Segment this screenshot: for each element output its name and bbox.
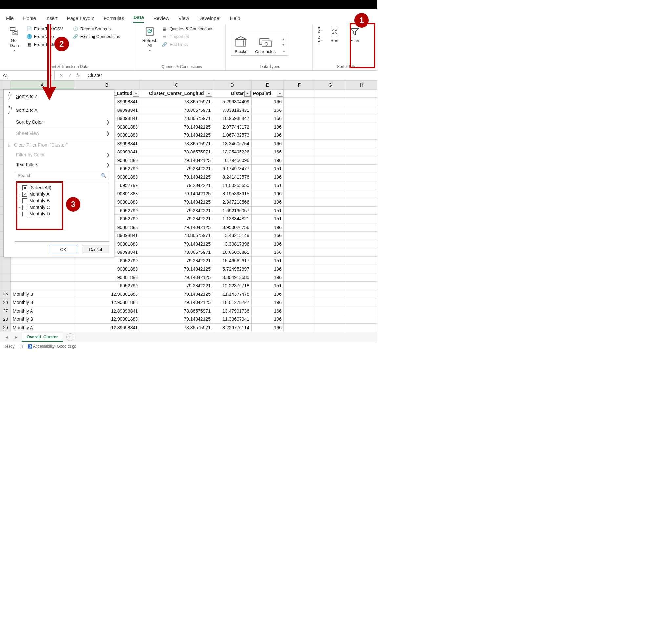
ribbon-tab-page-layout[interactable]: Page Layout bbox=[67, 16, 95, 23]
cell[interactable] bbox=[315, 298, 346, 307]
cell[interactable]: 78.86575971 bbox=[140, 231, 213, 240]
cell[interactable]: 79.14042125 bbox=[140, 198, 213, 207]
cell[interactable] bbox=[284, 181, 315, 190]
cell[interactable] bbox=[315, 215, 346, 223]
ribbon-tab-file[interactable]: File bbox=[6, 16, 14, 23]
scroll-down-icon[interactable]: ▾ bbox=[282, 42, 286, 47]
cell[interactable] bbox=[346, 315, 377, 324]
cell[interactable] bbox=[11, 273, 74, 282]
col-header-C[interactable]: C bbox=[140, 81, 213, 90]
cell[interactable] bbox=[284, 156, 315, 165]
scroll-up-icon[interactable]: ▴ bbox=[282, 36, 286, 41]
cell[interactable]: 78.86575971 bbox=[140, 106, 213, 115]
cell[interactable]: Monthly A bbox=[11, 307, 74, 315]
cell[interactable]: 15.46562617 bbox=[213, 256, 252, 265]
sort-by-color[interactable]: Sort by Color❯ bbox=[4, 117, 114, 127]
ribbon-tab-data[interactable]: Data bbox=[133, 15, 144, 23]
cell[interactable]: 196 bbox=[252, 173, 284, 181]
cell[interactable] bbox=[315, 106, 346, 115]
cell[interactable] bbox=[284, 290, 315, 298]
checkbox[interactable] bbox=[22, 192, 27, 197]
cell[interactable]: 151 bbox=[252, 181, 284, 190]
text-filters[interactable]: Text Filters❯ bbox=[4, 160, 114, 170]
cell[interactable]: 7.833182431 bbox=[213, 106, 252, 115]
cell[interactable] bbox=[315, 273, 346, 282]
cell[interactable] bbox=[284, 165, 315, 173]
cell[interactable] bbox=[346, 223, 377, 231]
cell[interactable] bbox=[315, 156, 346, 165]
cell[interactable]: Monthly B bbox=[11, 290, 74, 298]
cell[interactable]: 12.90801888 bbox=[74, 298, 140, 307]
cell[interactable] bbox=[284, 140, 315, 148]
cell[interactable]: 79.14042125 bbox=[140, 298, 213, 307]
cell[interactable]: .6952799 bbox=[74, 282, 140, 290]
cell[interactable]: 11.00255655 bbox=[213, 181, 252, 190]
cell[interactable]: 12.22876718 bbox=[213, 282, 252, 290]
cell[interactable] bbox=[284, 223, 315, 231]
select-all-corner[interactable] bbox=[0, 81, 11, 90]
cell[interactable] bbox=[346, 240, 377, 248]
cell[interactable] bbox=[284, 115, 315, 123]
cell-C1[interactable]: Cluster_Center_Longitud bbox=[140, 89, 213, 98]
sort-desc-button[interactable]: ZA↓ bbox=[318, 35, 323, 43]
cell[interactable]: 6.174978477 bbox=[213, 165, 252, 173]
cell[interactable] bbox=[315, 282, 346, 290]
cell[interactable]: 79.14042125 bbox=[140, 290, 213, 298]
cell[interactable] bbox=[346, 215, 377, 223]
cell[interactable] bbox=[284, 282, 315, 290]
cell[interactable] bbox=[284, 265, 315, 274]
cell[interactable] bbox=[346, 248, 377, 257]
cell[interactable]: 151 bbox=[252, 282, 284, 290]
cell[interactable]: 166 bbox=[252, 98, 284, 106]
cell[interactable]: 79.14042125 bbox=[140, 190, 213, 198]
row-header[interactable]: 26 bbox=[0, 298, 11, 307]
cell[interactable]: 196 bbox=[252, 223, 284, 231]
cell[interactable]: 12.89098841 bbox=[74, 323, 140, 332]
cell[interactable] bbox=[315, 256, 346, 265]
cell[interactable] bbox=[346, 148, 377, 156]
enter-icon[interactable]: ✓ bbox=[68, 73, 72, 78]
cell[interactable]: 196 bbox=[252, 290, 284, 298]
cancel-icon[interactable]: ✕ bbox=[59, 73, 63, 78]
cell[interactable]: 151 bbox=[252, 165, 284, 173]
sort-z-to-a[interactable]: Z↓ASort Z to A bbox=[4, 103, 114, 117]
cell[interactable]: 8.195898915 bbox=[213, 190, 252, 198]
cell[interactable] bbox=[346, 307, 377, 315]
cell[interactable]: 79.2842221 bbox=[140, 215, 213, 223]
cell[interactable]: 79.14042125 bbox=[140, 131, 213, 140]
cell[interactable]: 79.2842221 bbox=[140, 256, 213, 265]
cell[interactable] bbox=[315, 123, 346, 131]
cell[interactable] bbox=[284, 298, 315, 307]
row-header[interactable]: 29 bbox=[0, 323, 11, 332]
cell[interactable]: 196 bbox=[252, 273, 284, 282]
cell[interactable] bbox=[315, 131, 346, 140]
cell[interactable]: 5.724952897 bbox=[213, 265, 252, 274]
cell[interactable] bbox=[315, 265, 346, 274]
queries-button[interactable]: ▤Queries & Connections bbox=[162, 26, 213, 31]
cell[interactable]: 0.79450096 bbox=[213, 156, 252, 165]
filter-option[interactable]: Monthly D bbox=[18, 210, 106, 217]
cell[interactable] bbox=[284, 148, 315, 156]
ribbon-tab-formulas[interactable]: Formulas bbox=[104, 16, 124, 23]
cell[interactable]: 79.2842221 bbox=[140, 181, 213, 190]
get-data-button[interactable]: Get Data ▾ bbox=[6, 26, 23, 52]
tab-nav-prev[interactable]: ◄ bbox=[3, 335, 11, 340]
ribbon-tab-developer[interactable]: Developer bbox=[198, 16, 220, 23]
cell[interactable] bbox=[315, 115, 346, 123]
cell[interactable]: 3.43215149 bbox=[213, 231, 252, 240]
cell[interactable] bbox=[315, 165, 346, 173]
filter-option[interactable]: Monthly A bbox=[18, 191, 106, 197]
cell[interactable]: 13.25495226 bbox=[213, 148, 252, 156]
cell[interactable] bbox=[315, 181, 346, 190]
cell[interactable]: 11.33607941 bbox=[213, 315, 252, 324]
cell[interactable]: 10.95938847 bbox=[213, 115, 252, 123]
cell[interactable] bbox=[315, 98, 346, 106]
cell[interactable] bbox=[346, 98, 377, 106]
cell[interactable] bbox=[346, 106, 377, 115]
cell[interactable] bbox=[284, 106, 315, 115]
cell[interactable]: 151 bbox=[252, 215, 284, 223]
col-header-B[interactable]: B bbox=[74, 81, 140, 90]
cell[interactable]: 166 bbox=[252, 231, 284, 240]
cell[interactable]: 151 bbox=[252, 206, 284, 215]
cell[interactable] bbox=[11, 282, 74, 290]
